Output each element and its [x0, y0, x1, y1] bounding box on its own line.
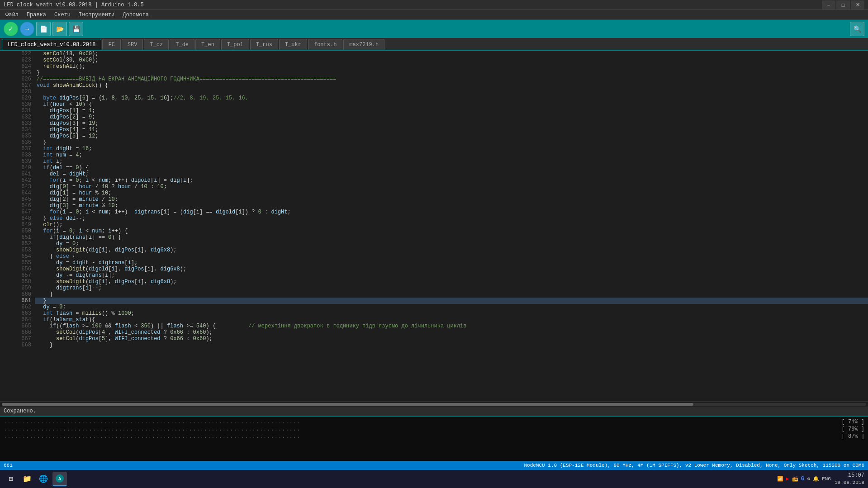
- table-row: 654 } else {: [0, 253, 868, 260]
- table-row: 625 }: [0, 70, 868, 76]
- tab-trus[interactable]: T_rus: [250, 39, 278, 50]
- tab-srv[interactable]: SRV: [122, 39, 143, 50]
- verify-button[interactable]: ✓: [4, 22, 18, 36]
- new-button[interactable]: 📄: [36, 22, 51, 36]
- open-button[interactable]: 📂: [52, 22, 67, 36]
- tab-tpol[interactable]: T_pol: [221, 39, 249, 50]
- titlebar: LED_clock_weath_v10.08.2018 | Arduino 1.…: [0, 0, 868, 10]
- table-row: 638 int num = 4;: [0, 152, 868, 158]
- taskbar: ⊞ 📁 🌐 A 📶 ▶ 📻 G ⚙ 🔔 ENG 15:07 19.08.2018: [0, 470, 868, 488]
- table-row: 633 digPos[3] = 19;: [0, 120, 868, 127]
- console-line-3: ........................................…: [4, 433, 864, 440]
- table-row: 666 setCol(digPos[4], WIFI_connected ? 0…: [0, 329, 868, 336]
- taskbar-file-explorer[interactable]: 📁: [20, 472, 34, 486]
- tab-max7219[interactable]: max7219.h: [343, 39, 384, 50]
- table-row: 626 //===========ВИВІД НА ЕКРАН АНІМАЦІЙ…: [0, 76, 868, 82]
- network-icon: 📶: [777, 476, 783, 482]
- taskbar-arduino[interactable]: A: [52, 472, 67, 486]
- taskbar-chrome[interactable]: 🌐: [36, 472, 51, 486]
- svg-text:A: A: [58, 477, 61, 482]
- table-row: 667 setCol(digPos[5], WIFI_connected ? 0…: [0, 336, 868, 342]
- table-row: 648 } else del--;: [0, 215, 868, 222]
- hscroll-thumb[interactable]: [2, 403, 693, 406]
- tab-tukr[interactable]: T_ukr: [279, 39, 307, 50]
- toolbar: ✓ → 📄 📂 💾 🔍: [0, 20, 868, 38]
- settings-icon[interactable]: ⚙: [807, 476, 811, 482]
- taskbar-right: 📶 ▶ 📻 G ⚙ 🔔 ENG 15:07 19.08.2018: [777, 472, 864, 486]
- console-output: ........................................…: [0, 416, 868, 461]
- main-area: LED_clock_weath_v10.08.2018 | Arduino 1.…: [0, 0, 868, 470]
- hscroll-track[interactable]: [2, 403, 866, 406]
- horizontal-scrollbar[interactable]: [0, 401, 868, 407]
- taskbar-clock: 15:07 19.08.2018: [835, 472, 864, 486]
- table-row: 653 showDigit(dig[i], digPos[i], dig6x8)…: [0, 247, 868, 253]
- table-row: 643 dig[0] = hour / 10 ? hour / 10 : 10;: [0, 184, 868, 190]
- console-pct-1: [ 71% ]: [842, 419, 864, 425]
- language-indicator[interactable]: ENG: [822, 476, 831, 482]
- table-row: 628: [0, 89, 868, 95]
- table-row: 644 dig[1] = hour % 10;: [0, 190, 868, 196]
- table-row: 668 }: [0, 342, 868, 348]
- table-row: 637 int digHt = 16;: [0, 146, 868, 152]
- table-row: 665 if((flash >= 100 && flash < 360) || …: [0, 323, 868, 329]
- menu-sketch[interactable]: Скетч: [51, 11, 74, 19]
- table-row: 635 digPos[5] = 12;: [0, 133, 868, 139]
- status-bar: Сохранено.: [0, 407, 868, 416]
- radio-icon: 📻: [792, 476, 798, 482]
- notification-icon: 🔔: [813, 476, 819, 482]
- line-indicator: 661: [4, 463, 13, 468]
- tabs-bar: LED_clock_weath_v10.08.2018 FC SRV T_cz …: [0, 38, 868, 51]
- code-scroll-area[interactable]: 622 setCol(18, 0xC0); 623 setCol(30, 0xC…: [0, 51, 868, 401]
- table-row: 629 byte digPos[6] = {1, 8, 10, 25, 15, …: [0, 95, 868, 101]
- bottom-status-bar: 661 NodeMCU 1.0 (ESP-12E Module), 80 MHz…: [0, 461, 868, 470]
- saved-status: Сохранено.: [4, 408, 36, 414]
- code-table: 622 setCol(18, 0xC0); 623 setCol(30, 0xC…: [0, 51, 868, 348]
- tab-main[interactable]: LED_clock_weath_v10.08.2018: [2, 39, 101, 50]
- menubar: Файл Правка Скетч Інструменти Допомога: [0, 10, 868, 20]
- youtube-icon: ▶: [786, 476, 789, 482]
- serial-monitor-button[interactable]: 🔍: [850, 22, 864, 36]
- tab-tcz[interactable]: T_cz: [144, 39, 169, 50]
- table-row: 651 if(digtrans[i] == 0) {: [0, 234, 868, 241]
- table-row: 662 dy = 0;: [0, 304, 868, 310]
- table-row: 663 int flash = millis() % 1000;: [0, 310, 868, 317]
- close-button[interactable]: ✕: [851, 0, 864, 9]
- console-dots-2: ........................................…: [4, 426, 300, 432]
- console-pct-3: [ 87% ]: [842, 433, 864, 440]
- table-row: 639 int i;: [0, 158, 868, 165]
- save-button[interactable]: 💾: [69, 22, 83, 36]
- table-row: 646 dig[3] = minute % 10;: [0, 203, 868, 209]
- tab-fc[interactable]: FC: [102, 39, 120, 50]
- console-line-1: ........................................…: [4, 418, 864, 426]
- table-row: 634 digPos[4] = 11;: [0, 127, 868, 133]
- window-controls: − □ ✕: [822, 0, 864, 9]
- table-row: 622 setCol(18, 0xC0);: [0, 51, 868, 57]
- taskbar-left: ⊞ 📁 🌐 A: [4, 472, 67, 486]
- system-tray: 📶 ▶ 📻 G ⚙ 🔔 ENG: [777, 475, 831, 482]
- menu-help[interactable]: Допомога: [119, 11, 152, 19]
- taskbar-time: 15:07: [835, 472, 864, 479]
- table-row: 630 if(hour < 10) {: [0, 101, 868, 108]
- table-row: 649 clr();: [0, 222, 868, 228]
- table-row: 623 setCol(30, 0xC0);: [0, 57, 868, 63]
- menu-tools[interactable]: Інструменти: [75, 11, 118, 19]
- tab-tde[interactable]: T_de: [170, 39, 194, 50]
- console-dots-1: ........................................…: [4, 419, 300, 425]
- table-row: 657 dy -= digtrans[i];: [0, 272, 868, 279]
- maximize-button[interactable]: □: [836, 0, 850, 9]
- table-row: 642 for(i = 0; i < num; i++) digold[i] =…: [0, 177, 868, 184]
- table-row: 647 for(i = 0; i < num; i++) digtrans[i]…: [0, 209, 868, 215]
- upload-button[interactable]: →: [20, 22, 34, 36]
- minimize-button[interactable]: −: [822, 0, 835, 9]
- tab-fonts[interactable]: fonts.h: [308, 39, 342, 50]
- code-editor[interactable]: 622 setCol(18, 0xC0); 623 setCol(30, 0xC…: [0, 51, 868, 401]
- menu-file[interactable]: Файл: [2, 11, 22, 19]
- table-row: 645 dig[2] = minute / 10;: [0, 196, 868, 203]
- tab-ten[interactable]: T_en: [195, 39, 220, 50]
- start-button[interactable]: ⊞: [4, 472, 18, 486]
- menu-edit[interactable]: Правка: [23, 11, 50, 19]
- table-row: 658 showDigit(dig[i], digPos[i], dig6x8)…: [0, 279, 868, 285]
- board-info: NodeMCU 1.0 (ESP-12E Module), 80 MHz, 4M…: [524, 463, 864, 468]
- google-search-icon: G: [801, 475, 805, 482]
- table-row: 631 digPos[1] = 1;: [0, 108, 868, 114]
